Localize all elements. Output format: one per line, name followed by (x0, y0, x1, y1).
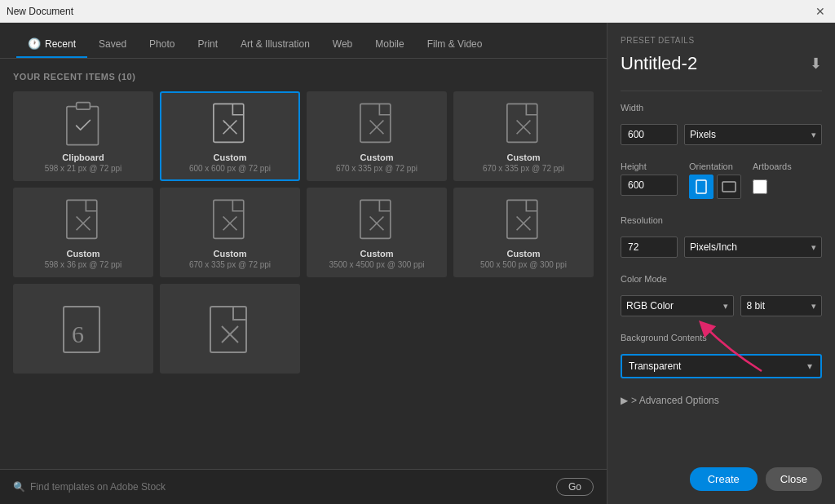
background-label: Background Contents (621, 333, 822, 343)
item-sublabel-3: 670 x 335 px @ 72 ppi (483, 164, 564, 173)
svg-rect-29 (696, 180, 706, 193)
svg-rect-1 (77, 103, 91, 109)
tab-print[interactable]: Print (186, 32, 229, 58)
svg-rect-15 (214, 200, 244, 238)
svg-rect-6 (360, 104, 391, 142)
portrait-button[interactable] (689, 175, 714, 199)
left-panel: 🕐 Recent Saved Photo Print Art & Illustr… (0, 23, 607, 504)
bottom-buttons: Create Close (621, 454, 822, 491)
recent-items-grid: Clipboard 598 x 21 px @ 72 ppi Custom 60… (13, 91, 594, 374)
width-label: Width (621, 103, 822, 113)
tab-saved[interactable]: Saved (87, 32, 138, 58)
item-label-5: Custom (214, 249, 247, 259)
grid-item-6[interactable]: Custom 3500 x 4500 px @ 300 ppi (307, 188, 447, 277)
artboards-checkbox[interactable] (753, 179, 767, 194)
width-input[interactable] (621, 124, 678, 145)
orientation-group: Orientation (689, 161, 741, 199)
svg-rect-30 (722, 182, 736, 192)
resolution-input[interactable] (621, 237, 678, 258)
height-orient-row: Height Orientation (621, 161, 822, 199)
tab-photo[interactable]: Photo (138, 32, 186, 58)
bit-depth-select[interactable]: 8 bit 16 bit 32 bit (740, 295, 822, 316)
grid-item-4[interactable]: Custom 598 x 36 px @ 72 ppi (13, 188, 153, 277)
item-sublabel-4: 598 x 36 px @ 72 ppi (45, 260, 122, 269)
item-label-0: Clipboard (62, 153, 104, 162)
section-title: YOUR RECENT ITEMS (10) (13, 72, 594, 82)
item-sublabel-1: 600 x 600 px @ 72 ppi (189, 164, 271, 173)
title-bar: New Document ✕ (0, 0, 835, 23)
width-unit-select[interactable]: Pixels Inches Centimeters Millimeters Po… (684, 124, 822, 145)
color-mode-select-wrap: RGB Color CMYK Color Grayscale Lab Color (621, 295, 734, 316)
grid-item-8[interactable]: 6 (13, 284, 153, 374)
advanced-options[interactable]: ▶ > Advanced Options (621, 395, 822, 406)
item-sublabel-0: 598 x 21 px @ 72 ppi (45, 164, 122, 173)
color-mode-row: RGB Color CMYK Color Grayscale Lab Color… (621, 295, 822, 316)
tabs-bar: 🕐 Recent Saved Photo Print Art & Illustr… (0, 23, 607, 59)
width-unit-select-wrap: Pixels Inches Centimeters Millimeters Po… (684, 124, 822, 145)
background-select-wrap: Transparent White Black Background Color… (621, 354, 822, 378)
resolution-unit-wrap: Pixels/Inch Pixels/Centimeter (684, 237, 822, 258)
go-button[interactable]: Go (556, 478, 594, 496)
svg-rect-18 (360, 200, 391, 238)
width-row: Pixels Inches Centimeters Millimeters Po… (621, 124, 822, 145)
divider-1 (621, 91, 822, 91)
save-preset-icon[interactable]: ⬇ (810, 55, 822, 73)
search-bar: 🔍 Go (0, 469, 607, 504)
main-container: 🕐 Recent Saved Photo Print Art & Illustr… (0, 23, 835, 504)
create-button[interactable]: Create (690, 467, 758, 491)
item-sublabel-6: 3500 x 4500 px @ 300 ppi (329, 260, 425, 269)
grid-item-5[interactable]: Custom 670 x 335 px @ 72 ppi (160, 188, 300, 277)
grid-item-7[interactable]: Custom 500 x 500 px @ 300 ppi (453, 188, 594, 277)
preset-title-row: Untitled-2 ⬇ (621, 53, 822, 74)
svg-rect-9 (507, 104, 537, 142)
color-mode-label: Color Mode (621, 274, 822, 284)
grid-item-0[interactable]: Clipboard 598 x 21 px @ 72 ppi (13, 91, 153, 181)
height-group: Height (621, 161, 678, 199)
tab-mobile[interactable]: Mobile (364, 32, 415, 58)
item-label-6: Custom (360, 249, 394, 259)
item-sublabel-2: 670 x 335 px @ 72 ppi (336, 164, 418, 173)
resolution-unit-select[interactable]: Pixels/Inch Pixels/Centimeter (684, 237, 822, 258)
preset-details-label: PRESET DETAILS (621, 36, 822, 45)
bit-depth-select-wrap: 8 bit 16 bit 32 bit (740, 295, 822, 316)
item-label-1: Custom (214, 153, 247, 162)
artboards-group: Artboards (753, 161, 792, 199)
preset-title: Untitled-2 (621, 53, 697, 74)
grid-item-1[interactable]: Custom 600 x 600 px @ 72 ppi (160, 91, 300, 181)
chevron-right-icon: ▶ (621, 395, 628, 406)
grid-item-9[interactable] (160, 284, 300, 374)
close-button[interactable]: Close (766, 467, 822, 491)
height-label: Height (621, 161, 678, 171)
search-input[interactable] (30, 481, 548, 493)
right-panel: PRESET DETAILS Untitled-2 ⬇ Width Pixels… (607, 23, 835, 504)
content-area: YOUR RECENT ITEMS (10) Clipboard 598 x 2… (0, 59, 607, 469)
grid-item-2[interactable]: Custom 670 x 335 px @ 72 ppi (307, 91, 447, 181)
artboards-label: Artboards (753, 161, 792, 171)
svg-text:6: 6 (72, 321, 84, 347)
search-input-wrap: 🔍 (13, 481, 548, 493)
close-window-button[interactable]: ✕ (812, 3, 828, 20)
tab-art[interactable]: Art & Illustration (229, 32, 321, 58)
height-input[interactable] (621, 175, 678, 196)
item-label-2: Custom (360, 153, 394, 162)
tab-web[interactable]: Web (321, 32, 364, 58)
grid-item-3[interactable]: Custom 670 x 335 px @ 72 ppi (453, 91, 594, 181)
tab-film[interactable]: Film & Video (416, 32, 494, 58)
color-mode-select[interactable]: RGB Color CMYK Color Grayscale Lab Color (621, 295, 734, 316)
recent-icon: 🕐 (28, 38, 41, 50)
item-label-3: Custom (507, 153, 541, 162)
search-icon: 🔍 (13, 481, 25, 493)
orientation-label: Orientation (689, 161, 741, 171)
svg-rect-12 (67, 200, 97, 238)
item-label-4: Custom (67, 249, 100, 259)
background-select[interactable]: Transparent White Black Background Color… (622, 356, 820, 377)
item-sublabel-5: 670 x 335 px @ 72 ppi (189, 260, 271, 269)
svg-rect-21 (507, 200, 537, 238)
tab-recent[interactable]: 🕐 Recent (16, 31, 87, 58)
item-label-7: Custom (507, 249, 541, 259)
resolution-label: Resolution (621, 215, 822, 225)
svg-rect-2 (214, 104, 244, 142)
item-sublabel-7: 500 x 500 px @ 300 ppi (480, 260, 567, 269)
landscape-button[interactable] (717, 175, 741, 199)
svg-rect-26 (210, 307, 246, 352)
